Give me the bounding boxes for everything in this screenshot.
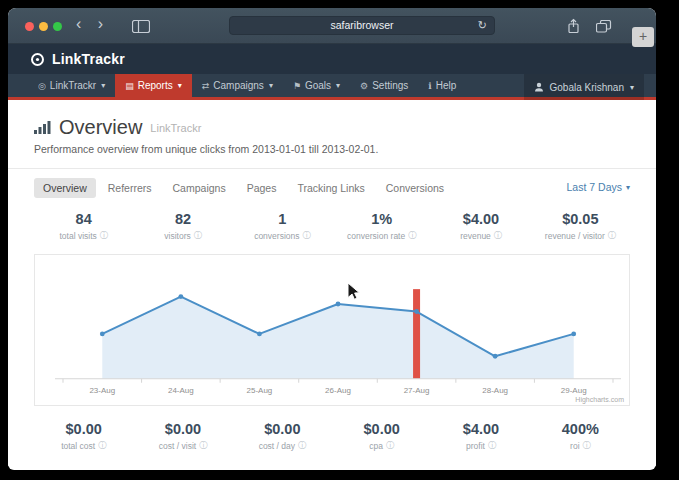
mouse-cursor: [347, 282, 360, 301]
reload-button[interactable]: ↻: [478, 17, 487, 34]
stat-label-text: cpa: [369, 441, 383, 451]
nav-item-linktrackr[interactable]: ◎LinkTrackr▾: [28, 74, 115, 97]
nav-item-help[interactable]: ℹHelp: [418, 74, 466, 97]
stat-label: conversionsⓘ: [233, 230, 332, 241]
forward-button[interactable]: ›: [98, 15, 103, 32]
info-icon[interactable]: ⓘ: [494, 230, 502, 241]
tab-campaigns[interactable]: Campaigns: [164, 178, 235, 198]
address-bar[interactable]: safaribrowser ↻: [229, 16, 495, 35]
tab-pages[interactable]: Pages: [238, 178, 286, 198]
tab-overview[interactable]: Overview: [34, 178, 96, 198]
stat-label-text: cost / day: [259, 441, 295, 451]
user-name: Gobala Krishnan: [549, 82, 624, 93]
stat-label-text: cost / visit: [159, 441, 196, 451]
tab-referrers[interactable]: Referrers: [99, 178, 161, 198]
caret-down-icon: ▾: [626, 183, 630, 192]
date-range-dropdown[interactable]: Last 7 Days ▾: [567, 181, 630, 193]
stat-value: 84: [34, 211, 133, 227]
info-icon[interactable]: ⓘ: [608, 230, 616, 241]
stat-label: total visitsⓘ: [34, 230, 133, 241]
close-window-button[interactable]: [25, 22, 34, 31]
chart-plot-area: 23-Aug24-Aug25-Aug26-Aug27-Aug28-Aug29-A…: [35, 255, 629, 405]
stat-label: cpaⓘ: [332, 440, 431, 451]
info-icon[interactable]: ⓘ: [100, 230, 108, 241]
stat-value: $0.00: [133, 421, 232, 437]
report-tabs: OverviewReferrersCampaignsPagesTracking …: [8, 169, 656, 198]
info-icon[interactable]: ⓘ: [583, 440, 591, 451]
data-point: [100, 331, 105, 336]
stat-conversions: 1conversionsⓘ: [233, 211, 332, 241]
caret-down-icon: ▾: [269, 81, 273, 90]
tab-tracking-links[interactable]: Tracking Links: [288, 178, 373, 198]
stat-label-text: conversion rate: [347, 231, 405, 241]
tab-conversions[interactable]: Conversions: [377, 178, 453, 198]
stat-cost-day: $0.00cost / dayⓘ: [233, 421, 332, 451]
stat-label-text: roi: [570, 441, 579, 451]
nav-item-label: Campaigns: [213, 80, 264, 91]
info-icon[interactable]: ⓘ: [303, 230, 311, 241]
x-axis-label: 25-Aug: [247, 386, 273, 395]
stat-value: 1: [233, 211, 332, 227]
data-point: [336, 302, 341, 307]
nav-item-settings[interactable]: ⚙Settings: [350, 74, 418, 97]
x-axis-label: 26-Aug: [325, 386, 351, 395]
zoom-window-button[interactable]: [53, 22, 62, 31]
caret-down-icon: ▾: [630, 83, 634, 92]
area-series: [102, 297, 573, 379]
info-icon[interactable]: ⓘ: [488, 440, 496, 451]
nav-items: ◎LinkTrackr▾▤Reports▾⇄Campaigns▾⚑Goals▾⚙…: [28, 74, 466, 97]
x-axis-label: 23-Aug: [89, 386, 115, 395]
share-button[interactable]: [567, 18, 580, 38]
stat-value: $0.00: [332, 421, 431, 437]
stat-label-text: visitors: [164, 231, 190, 241]
stat-conversion-rate: 1%conversion rateⓘ: [332, 211, 431, 241]
nav-item-label: LinkTrackr: [50, 80, 96, 91]
app-header: LinkTrackr: [8, 44, 656, 74]
info-icon[interactable]: ⓘ: [298, 440, 306, 451]
stat-label: revenue / visitorⓘ: [531, 230, 630, 241]
info-icon[interactable]: ⓘ: [98, 440, 106, 451]
visits-chart: 23-Aug24-Aug25-Aug26-Aug27-Aug28-Aug29-A…: [34, 254, 630, 406]
sidebar-toggle-button[interactable]: [132, 19, 150, 37]
stat-cost-visit: $0.00cost / visitⓘ: [133, 421, 232, 451]
stat-value: $0.00: [233, 421, 332, 437]
show-tabs-button[interactable]: [596, 19, 612, 37]
stat-label: cost / visitⓘ: [133, 440, 232, 451]
nav-item-goals[interactable]: ⚑Goals▾: [283, 74, 350, 97]
minimize-window-button[interactable]: [39, 22, 48, 31]
stats-row-top: 84total visitsⓘ82visitorsⓘ1conversionsⓘ1…: [8, 198, 656, 241]
nav-item-label: Help: [436, 80, 457, 91]
stat-label-text: revenue: [460, 231, 491, 241]
stat-roi: 400%roiⓘ: [531, 421, 630, 451]
data-point: [257, 331, 262, 336]
back-button[interactable]: ‹: [76, 15, 81, 32]
nav-item-label: Reports: [138, 80, 173, 91]
stat-label-text: total visits: [60, 231, 97, 241]
info-icon[interactable]: ⓘ: [194, 230, 202, 241]
nav-item-label: Settings: [372, 80, 408, 91]
info-icon[interactable]: ⓘ: [408, 230, 416, 241]
stats-row-bottom: $0.00total costⓘ$0.00cost / visitⓘ$0.00c…: [8, 406, 656, 451]
info-icon[interactable]: ⓘ: [386, 440, 394, 451]
user-icon: [534, 82, 544, 92]
stat-label: conversion rateⓘ: [332, 230, 431, 241]
caret-down-icon: ▾: [178, 81, 182, 90]
x-axis-label: 28-Aug: [482, 386, 508, 395]
linktrackr-logo-icon: [30, 52, 45, 67]
caret-down-icon: ▾: [336, 81, 340, 90]
stat-label: roiⓘ: [531, 440, 630, 451]
stat-profit: $4.00profitⓘ: [431, 421, 530, 451]
nav-item-reports[interactable]: ▤Reports▾: [115, 74, 192, 97]
nav-item-campaigns[interactable]: ⇄Campaigns▾: [192, 74, 283, 97]
stat-label: cost / dayⓘ: [233, 440, 332, 451]
share-icon: [567, 18, 580, 34]
new-tab-button[interactable]: +: [632, 27, 654, 47]
stat-total-cost: $0.00total costⓘ: [34, 421, 133, 451]
x-axis-label: 29-Aug: [561, 386, 587, 395]
page-title: Overview: [59, 116, 142, 139]
stat-visitors: 82visitorsⓘ: [133, 211, 232, 241]
stat-label-text: conversions: [254, 231, 299, 241]
info-icon[interactable]: ⓘ: [199, 440, 207, 451]
user-menu[interactable]: Gobala Krishnan ▾: [524, 74, 644, 100]
caret-down-icon: ▾: [101, 81, 105, 90]
